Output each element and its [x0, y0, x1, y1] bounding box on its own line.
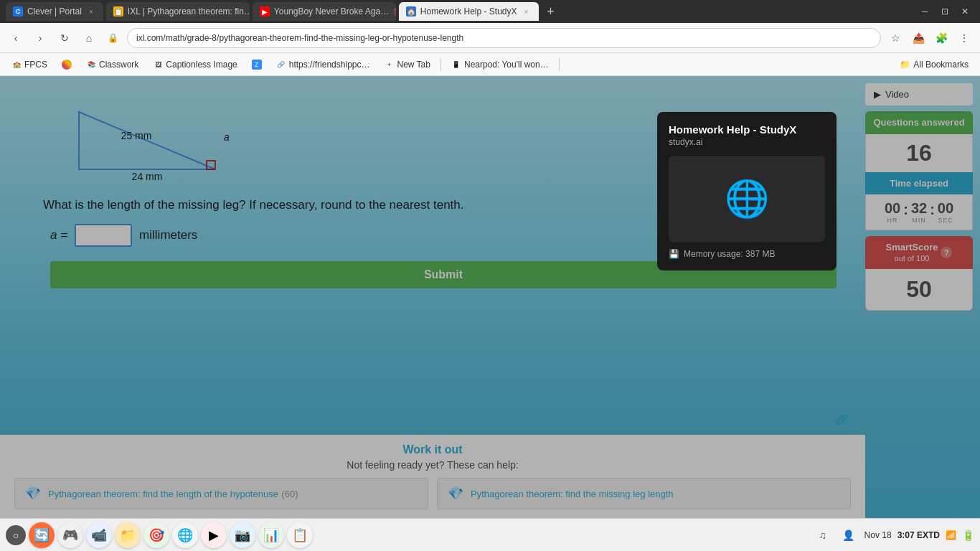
taskbar-time: 3:07 EXTD	[897, 530, 940, 540]
taskbar-circle[interactable]: ○	[6, 525, 26, 545]
security-icon: 🔒	[108, 33, 118, 43]
bookmark-zoom[interactable]: Z	[246, 58, 268, 71]
ixl-tab-label: IXL | Pythagorean theorem: fin…	[128, 6, 250, 17]
bookmark-classwork[interactable]: 📚 Classwork	[80, 58, 144, 71]
all-bookmarks-label: All Bookmarks	[913, 60, 969, 70]
taskbar-app-1[interactable]: 🔄	[29, 522, 55, 548]
clever-favicon: C	[13, 6, 23, 17]
taskbar-app-5[interactable]: 🎯	[143, 522, 169, 548]
extensions-icon[interactable]: 🧩	[931, 28, 951, 48]
tooltip-box: Homework Help - StudyX studyx.ai 🌐 💾 Mem…	[657, 112, 837, 270]
globe-icon: 🌐	[725, 178, 769, 220]
address-bar-icons: ☆ 📤 🧩 ⋮	[885, 28, 974, 48]
captionless-favicon: 🖼	[153, 60, 163, 70]
bookmark-star-icon[interactable]: ☆	[885, 28, 905, 48]
new-tab-button[interactable]: +	[542, 2, 560, 21]
content-area: 25 mm 24 mm a What is the length of the …	[0, 76, 980, 518]
tooltip-overlay: Homework Help - StudyX studyx.ai 🌐 💾 Mem…	[0, 76, 980, 518]
menu-icon[interactable]: ⋮	[954, 28, 974, 48]
mute-icon: 🔇	[393, 8, 396, 16]
newtab-label: New Tab	[397, 60, 430, 70]
memory-icon: 💾	[669, 249, 679, 259]
google-favicon: G	[62, 60, 72, 70]
bookmark-nearpod[interactable]: 📱 Nearpod: You'll won…	[446, 58, 555, 71]
close-button[interactable]: ✕	[956, 4, 974, 19]
profile-icon[interactable]: 👤	[839, 525, 859, 545]
bookmark-fpcs[interactable]: 🏫 FPCS	[6, 58, 53, 71]
studyx-tab-label: Homework Help - StudyX	[420, 6, 517, 17]
battery-icon: 🔋	[962, 529, 974, 541]
classwork-favicon: 📚	[86, 60, 96, 70]
taskbar-right: ♫ 👤 Nov 18 3:07 EXTD 📶 🔋	[813, 525, 974, 545]
clever-tab-label: Clever | Portal	[27, 6, 82, 17]
minimize-button[interactable]: ─	[915, 4, 934, 19]
forward-button[interactable]: ›	[30, 28, 50, 48]
bookmark-friendship[interactable]: 🔗 https://friendshippc…	[270, 58, 376, 71]
folder-icon: 📁	[900, 60, 910, 70]
taskbar-app-6[interactable]: 🌐	[172, 522, 198, 548]
clever-tab-close[interactable]: ×	[86, 6, 96, 17]
bookmarks-divider	[440, 58, 441, 71]
bookmark-newtab[interactable]: + New Tab	[378, 58, 435, 71]
address-input[interactable]	[127, 28, 881, 48]
send-tab-icon[interactable]: 📤	[908, 28, 928, 48]
signal-icon: 📶	[946, 530, 956, 540]
tab-youtube[interactable]: ▶ YoungBoy Never Broke Aga… 🔇 ×	[253, 2, 396, 21]
fpcs-label: FPCS	[24, 60, 47, 70]
taskbar-app-7[interactable]: ▶	[201, 522, 227, 548]
tooltip-preview: 🌐	[669, 156, 825, 242]
classwork-label: Classwork	[99, 60, 138, 70]
home-button[interactable]: ⌂	[79, 28, 99, 48]
taskbar-app-9[interactable]: 📊	[258, 522, 284, 548]
taskbar: ○ 🔄 🎮 📹 📁 🎯 🌐 ▶ 📷 📊 📋 ♫ 👤 Nov 18 3:07 EX…	[0, 518, 980, 551]
memory-label: Memory usage: 387 MB	[684, 249, 775, 259]
zoom-favicon: Z	[252, 60, 262, 70]
studyx-favicon: 🏠	[406, 6, 416, 17]
nearpod-label: Nearpod: You'll won…	[464, 60, 549, 70]
tab-ixl[interactable]: 📋 IXL | Pythagorean theorem: fin… ×	[106, 2, 250, 21]
ixl-favicon: 📋	[113, 6, 123, 17]
bookmark-google[interactable]: G	[56, 58, 77, 71]
bookmarks-divider2	[559, 58, 560, 71]
friendship-favicon: 🔗	[276, 60, 286, 70]
tab-clever[interactable]: C Clever | Portal ×	[6, 2, 103, 21]
friendship-label: https://friendshippc…	[289, 60, 370, 70]
tooltip-title: Homework Help - StudyX	[669, 123, 825, 136]
music-icon[interactable]: ♫	[813, 525, 833, 545]
fpcs-favicon: 🏫	[11, 60, 22, 70]
address-bar: ‹ › ↻ ⌂ 🔒 ☆ 📤 🧩 ⋮	[0, 23, 980, 53]
back-button[interactable]: ‹	[6, 28, 26, 48]
all-bookmarks-button[interactable]: 📁 All Bookmarks	[894, 58, 974, 71]
taskbar-app-4[interactable]: 📁	[115, 522, 141, 548]
bookmark-captionless[interactable]: 🖼 Captionless Image	[147, 58, 242, 71]
title-bar: C Clever | Portal × 📋 IXL | Pythagorean …	[0, 0, 980, 23]
taskbar-app-2[interactable]: 🎮	[57, 522, 83, 548]
taskbar-date: Nov 18	[864, 530, 892, 540]
taskbar-app-10[interactable]: 📋	[287, 522, 313, 548]
tooltip-url: studyx.ai	[669, 137, 825, 147]
youtube-favicon: ▶	[260, 6, 270, 17]
newtab-favicon: +	[384, 60, 394, 70]
taskbar-app-8[interactable]: 📷	[230, 522, 255, 548]
maximize-button[interactable]: ⊡	[936, 4, 954, 19]
window-controls: ─ ⊡ ✕	[915, 4, 974, 19]
taskbar-app-3[interactable]: 📹	[86, 522, 112, 548]
tooltip-memory: 💾 Memory usage: 387 MB	[669, 249, 825, 259]
reload-button[interactable]: ↻	[55, 28, 75, 48]
tab-studyx[interactable]: 🏠 Homework Help - StudyX ×	[399, 2, 539, 21]
studyx-tab-close[interactable]: ×	[522, 6, 532, 17]
captionless-label: Captionless Image	[166, 60, 237, 70]
nearpod-favicon: 📱	[451, 60, 461, 70]
youtube-tab-label: YoungBoy Never Broke Aga…	[274, 6, 389, 17]
bookmarks-bar: 🏫 FPCS G 📚 Classwork 🖼 Captionless Image…	[0, 53, 980, 76]
